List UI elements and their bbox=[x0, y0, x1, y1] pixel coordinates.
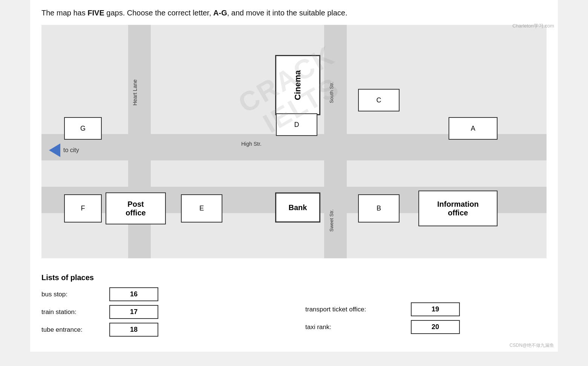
sweet-str-label: Sweet Str. bbox=[329, 187, 334, 255]
transport-value[interactable]: 19 bbox=[411, 302, 460, 316]
lists-left-col: bus stop: 16 train station: 17 tube entr… bbox=[41, 287, 283, 337]
lists-title: Lists of places bbox=[41, 273, 547, 282]
bus-stop-label: bus stop: bbox=[41, 291, 102, 298]
instruction-text: The map has FIVE gaps. Choose the correc… bbox=[41, 8, 547, 18]
d-box[interactable]: D bbox=[276, 113, 317, 136]
e-box[interactable]: E bbox=[181, 194, 222, 223]
b-box[interactable]: B bbox=[358, 194, 400, 223]
c-box[interactable]: C bbox=[358, 89, 400, 111]
csdn-watermark: CSDN@绝不做九漏鱼 bbox=[510, 342, 554, 349]
south-str-label: South Str. bbox=[329, 55, 334, 130]
to-city-label: to city bbox=[63, 147, 79, 154]
train-station-value[interactable]: 17 bbox=[109, 305, 158, 319]
list-row-bus-stop: bus stop: 16 bbox=[41, 287, 283, 301]
high-str-label: High Str. bbox=[241, 141, 262, 147]
information-office-box: Informationoffice bbox=[418, 191, 498, 226]
taxi-rank-label: taxi rank: bbox=[305, 323, 403, 331]
taxi-rank-value[interactable]: 20 bbox=[411, 320, 460, 334]
f-box[interactable]: F bbox=[64, 194, 102, 223]
bus-stop-value[interactable]: 16 bbox=[109, 287, 158, 301]
a-box[interactable]: A bbox=[449, 117, 498, 140]
five-bold: FIVE bbox=[87, 9, 104, 17]
left-arrow-icon bbox=[49, 143, 60, 157]
list-row-transport: transport ticket office: 19 bbox=[305, 302, 547, 316]
map-area: CRACKIELTS Heart Lane South Str. Sweet S… bbox=[41, 25, 547, 258]
road-south-sweet bbox=[324, 25, 347, 258]
to-city-arrow: to city bbox=[49, 143, 79, 157]
bank-box: Bank bbox=[275, 192, 320, 223]
cinema-box: Cinema bbox=[275, 55, 320, 115]
list-row-tube-entrance: tube entrance: 18 bbox=[41, 323, 283, 337]
list-row-taxi-rank: taxi rank: 20 bbox=[305, 320, 547, 334]
lists-section: Lists of places bus stop: 16 train stati… bbox=[41, 270, 547, 340]
train-station-label: train station: bbox=[41, 308, 102, 316]
transport-label: transport ticket office: bbox=[305, 306, 403, 313]
g-box[interactable]: G bbox=[64, 117, 102, 140]
heart-lane-label: Heart Lane bbox=[132, 55, 138, 130]
post-office-box: Postoffice bbox=[106, 192, 166, 224]
tube-entrance-value[interactable]: 18 bbox=[109, 323, 158, 337]
list-row-train-station: train station: 17 bbox=[41, 305, 283, 319]
tube-entrance-label: tube entrance: bbox=[41, 326, 102, 334]
lists-right-col: transport ticket office: 19 taxi rank: 2… bbox=[305, 287, 547, 337]
ag-bold: A-G bbox=[213, 9, 227, 17]
lists-grid: bus stop: 16 train station: 17 tube entr… bbox=[41, 287, 547, 337]
